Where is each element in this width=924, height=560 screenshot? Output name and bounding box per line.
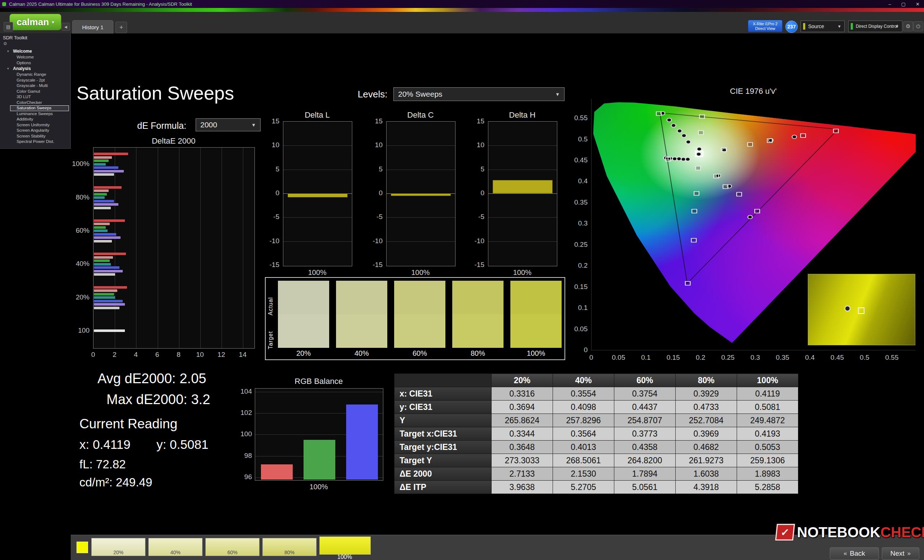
current-xy-reading: x: 0.4119y: 0.5081	[80, 437, 208, 452]
rgb-y-tick: 104	[232, 388, 252, 395]
notebookcheck-logo-icon: ✓	[775, 524, 795, 541]
sidebar-item-grayscale-2pt[interactable]: Grayscale - 2pt	[0, 78, 70, 83]
deltae-bar	[94, 203, 118, 206]
value-cell: 0.3694	[492, 401, 553, 414]
row-label: ΔE ITP	[394, 481, 492, 494]
sidebar-item-additivity[interactable]: Additivity	[0, 117, 70, 122]
deltae-bar	[94, 303, 125, 305]
deltae-bar	[94, 307, 120, 309]
minimize-button[interactable]: –	[889, 1, 891, 7]
measured-point	[748, 216, 753, 219]
tree-section-welcome[interactable]: Welcome	[0, 48, 70, 54]
new-tab-button[interactable]: +	[116, 22, 127, 33]
value-cell: 5.2858	[737, 481, 798, 494]
levels-dropdown[interactable]: 20% Sweeps ▼	[393, 87, 564, 101]
target-point	[833, 129, 838, 133]
deltae-bar	[94, 286, 127, 289]
cie-y-tick: 0.3	[564, 219, 588, 227]
sidebar-item-screen-stability[interactable]: Screen Stability	[0, 133, 70, 139]
row-label: x: CIE31	[394, 387, 492, 401]
deltae-bar	[94, 270, 123, 273]
rgb-y-tick: 98	[232, 452, 252, 460]
panel-toggle-button[interactable]: ▤	[4, 22, 13, 31]
sidebar-item-spectral-power-dist[interactable]: Spectral Power Dist.	[0, 139, 70, 145]
deltae-bar	[94, 293, 114, 295]
de-formula-dropdown[interactable]: 2000 ▼	[196, 118, 261, 131]
page-title: Saturation Sweeps	[76, 82, 234, 104]
target-point	[747, 142, 753, 147]
gridline	[387, 241, 455, 242]
sidebar-item-welcome[interactable]: Welcome	[0, 54, 70, 60]
sidebar-item-color-gamut[interactable]: Color Gamut	[0, 89, 70, 94]
cie-x-tick: 0.45	[826, 353, 848, 362]
sidebar-item-colorchecker[interactable]: ColorChecker	[0, 100, 70, 106]
value-cell: 0.3554	[553, 387, 614, 401]
gridline	[115, 148, 115, 348]
sidebar-item-options[interactable]: Options	[0, 60, 70, 66]
value-cell: 0.4437	[614, 401, 676, 414]
deltae-bar	[94, 196, 105, 199]
swatch-level-label: 100%	[510, 349, 562, 358]
power-button[interactable]: ⏻	[913, 21, 923, 31]
back-button[interactable]: « Back	[830, 547, 879, 560]
table-row: Target Y273.3033268.5061264.8200261.9273…	[394, 454, 798, 467]
close-button[interactable]: ✕	[916, 1, 920, 7]
delta-l-title: Delta L	[283, 111, 351, 120]
deltac-y-tick: 5	[366, 165, 382, 173]
actual-target-swatch-panel: Actual Target 20%40%60%80%100%	[265, 277, 565, 360]
deltal-y-tick: 0	[263, 189, 279, 197]
pattern-swatch-100[interactable]	[320, 536, 370, 555]
gridline	[284, 169, 352, 170]
value-cell: 0.3773	[614, 427, 676, 440]
cie-x-tick: 0.05	[608, 353, 630, 362]
pattern-swatch-20[interactable]: 20%	[92, 538, 146, 556]
cie-y-tick: 0.5	[564, 135, 588, 143]
value-cell: 257.8296	[553, 414, 614, 427]
measured-point	[677, 129, 682, 133]
target-point	[723, 185, 728, 189]
rgb-y-tick: 96	[232, 473, 252, 481]
sidebar-item-saturation-sweeps[interactable]: Saturation Sweeps	[10, 105, 69, 111]
sidebar-item-luminance-sweeps[interactable]: Luminance Sweeps	[0, 111, 70, 117]
deltae-y-label: 100	[67, 326, 90, 334]
sidebar-collapse-button[interactable]: ◀	[62, 23, 70, 31]
deltae-chart-title: DeltaE 2000	[93, 136, 254, 146]
target-point	[699, 115, 705, 119]
sidebar-item-dynamic-range[interactable]: Dynamic Range	[0, 72, 70, 78]
next-button[interactable]: Next »	[882, 547, 919, 560]
current-x-value: x: 0.4119	[80, 437, 130, 451]
gridline	[179, 148, 179, 348]
target-point	[736, 192, 742, 196]
cie-x-tick: 0.15	[662, 353, 684, 362]
pattern-swatch-40[interactable]: 40%	[148, 538, 202, 556]
tab-history-1[interactable]: History 1	[72, 20, 113, 34]
calman-logo-button[interactable]: calman ▾	[9, 14, 62, 30]
pattern-swatch-60[interactable]: 60%	[206, 538, 260, 556]
meter-connection-button[interactable]: X-Rite i1Pro 2 Direct View	[748, 20, 783, 32]
deltae-bar	[94, 207, 111, 209]
target-swatch	[510, 314, 562, 348]
sidebar-item-screen-angularity[interactable]: Screen Angularity	[0, 128, 70, 133]
settings-gear-button[interactable]: ⚙	[903, 21, 913, 31]
value-cell: 273.3033	[492, 454, 553, 467]
table-row: y: CIE310.36940.40980.44370.47330.5081	[394, 401, 798, 414]
display-control-dropdown[interactable]: Direct Display Control ▼	[848, 21, 902, 32]
deltal-y-tick: -10	[263, 237, 279, 245]
sidebar-item-3d-lut[interactable]: 3D LUT	[0, 94, 70, 100]
sidebar-item-grayscale-multi[interactable]: Grayscale - Multi	[0, 83, 70, 89]
gridline	[255, 392, 383, 392]
value-cell: 0.3316	[492, 387, 553, 401]
source-dropdown[interactable]: Source ▼	[801, 21, 844, 32]
target-point	[714, 174, 718, 178]
deltac-y-tick: 10	[366, 141, 382, 149]
pattern-swatch-80[interactable]: 80%	[262, 538, 316, 556]
gridline	[488, 145, 557, 146]
pattern-swatch-label: 20%	[92, 550, 145, 555]
swatch-level-label: 60%	[394, 349, 446, 358]
sidebar-item-screen-uniformity[interactable]: Screen Uniformity	[0, 122, 70, 128]
maximize-button[interactable]: ▢	[901, 1, 906, 7]
saturation-swatch-80	[452, 281, 504, 348]
measured-point	[696, 152, 701, 156]
deltac-bar	[391, 193, 451, 196]
tree-section-analysis[interactable]: Analysis	[0, 66, 70, 72]
